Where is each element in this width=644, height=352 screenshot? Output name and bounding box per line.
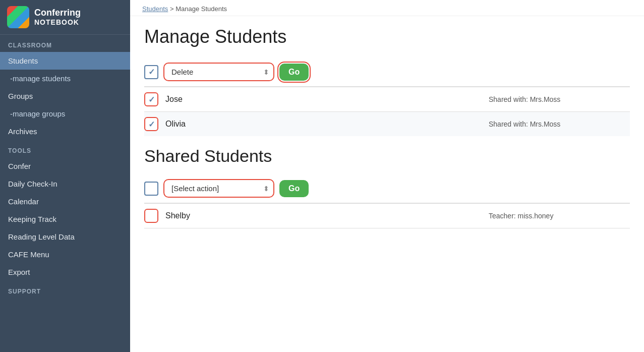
shared-students-action-bar: [Select action] ⬍ Go (144, 174, 630, 203)
sidebar-item-confer[interactable]: Confer (0, 157, 130, 175)
breadcrumb-current: Manage Students (175, 5, 227, 13)
shelby-name: Shelby (165, 211, 489, 220)
sidebar-item-manage-groups[interactable]: -manage groups (0, 105, 130, 123)
student-row-olivia: ✓ Olivia Shared with: Mrs.Moss (144, 111, 630, 136)
breadcrumb: Students > Manage Students (130, 0, 644, 16)
shared-select-all-checkbox[interactable] (144, 182, 158, 196)
support-section-label: SUPPORT (0, 281, 130, 298)
page-content: Manage Students ✓ Delete Archive Move to… (130, 16, 644, 352)
select-all-checkbox[interactable]: ✓ (144, 65, 158, 79)
sidebar-item-daily-checkin[interactable]: Daily Check-In (0, 175, 130, 193)
main-content: Students > Manage Students Manage Studen… (130, 0, 644, 352)
page-title: Manage Students (144, 26, 630, 47)
logo-icon (7, 6, 29, 28)
olivia-shared: Shared with: Mrs.Moss (489, 120, 630, 128)
action-select-wrapper: Delete Archive Move to Group ⬍ (163, 63, 274, 81)
olivia-checkbox[interactable]: ✓ (144, 117, 158, 131)
jose-name: Jose (165, 95, 489, 104)
my-students-action-bar: ✓ Delete Archive Move to Group ⬍ Go (144, 57, 630, 86)
logo-subtitle: NOTEBOOK (34, 18, 81, 27)
sidebar-item-label: Calendar (8, 197, 39, 206)
sidebar-item-archives[interactable]: Archives (0, 123, 130, 140)
shared-action-select[interactable]: [Select action] (163, 179, 274, 198)
tools-section-label: TOOLS (0, 140, 130, 157)
shelby-teacher: Teacher: miss.honey (489, 212, 630, 220)
logo-title: Conferring (34, 8, 81, 19)
sidebar-logo: Conferring NOTEBOOK (0, 0, 130, 35)
sidebar-item-reading-level-data[interactable]: Reading Level Data (0, 228, 130, 246)
checkmark-icon: ✓ (148, 67, 155, 77)
logo-text: Conferring NOTEBOOK (34, 8, 81, 27)
sidebar-item-groups[interactable]: Groups (0, 87, 130, 105)
sidebar-item-label: CAFE Menu (8, 250, 49, 259)
shared-action-select-wrapper: [Select action] ⬍ (163, 179, 274, 198)
my-students-go-button[interactable]: Go (279, 64, 309, 81)
classroom-section-label: CLASSROOM (0, 35, 130, 52)
olivia-name: Olivia (165, 120, 489, 129)
student-row-shelby: Shelby Teacher: miss.honey (144, 203, 630, 228)
sidebar: Conferring NOTEBOOK CLASSROOM Students -… (0, 0, 130, 352)
sidebar-item-manage-students[interactable]: -manage students (0, 70, 130, 87)
sidebar-item-export[interactable]: Export (0, 263, 130, 281)
sidebar-item-label: Students (8, 56, 38, 65)
sidebar-item-label: Daily Check-In (8, 180, 57, 188)
breadcrumb-students-link[interactable]: Students (142, 5, 168, 13)
sidebar-item-calendar[interactable]: Calendar (0, 193, 130, 210)
shared-students-title: Shared Students (144, 146, 630, 166)
sidebar-item-label: -manage students (10, 74, 71, 83)
jose-checkbox[interactable]: ✓ (144, 92, 158, 106)
breadcrumb-separator: > (168, 5, 175, 13)
sidebar-item-label: Keeping Track (8, 215, 56, 223)
sidebar-item-students[interactable]: Students (0, 52, 130, 70)
action-select[interactable]: Delete Archive Move to Group (163, 63, 274, 81)
sidebar-item-label: -manage groups (10, 109, 65, 118)
sidebar-item-keeping-track[interactable]: Keeping Track (0, 210, 130, 228)
student-row-jose: ✓ Jose Shared with: Mrs.Moss (144, 87, 630, 111)
sidebar-item-label: Confer (8, 162, 31, 170)
shelby-checkbox[interactable] (144, 209, 158, 223)
shared-divider-bottom (144, 228, 630, 228)
sidebar-item-cafe-menu[interactable]: CAFE Menu (0, 246, 130, 263)
checkmark-icon: ✓ (148, 120, 155, 129)
sidebar-item-label: Export (8, 268, 30, 276)
checkmark-icon: ✓ (148, 95, 155, 104)
sidebar-item-label: Reading Level Data (8, 232, 75, 241)
sidebar-item-label: Archives (8, 127, 37, 136)
shared-students-go-button[interactable]: Go (279, 180, 309, 197)
sidebar-item-label: Groups (8, 92, 33, 100)
jose-shared: Shared with: Mrs.Moss (489, 95, 630, 103)
